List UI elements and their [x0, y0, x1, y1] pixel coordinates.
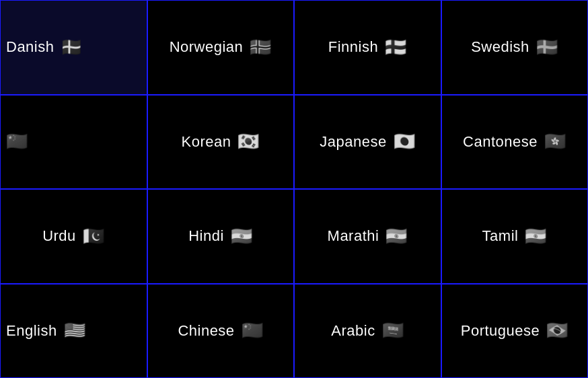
label-japanese: Japanese: [320, 133, 386, 151]
flag-norwegian: 🇳🇴: [250, 37, 272, 58]
cell-hindi[interactable]: Hindi 🇮🇳: [147, 189, 295, 284]
label-portuguese: Portuguese: [461, 322, 540, 340]
flag-danish: 🇩🇰: [61, 37, 83, 58]
label-english: English: [6, 322, 57, 340]
cell-marathi[interactable]: Marathi 🇮🇳: [294, 189, 441, 284]
flag-swedish: 🇸🇪: [536, 37, 558, 58]
flag-english: 🇺🇸: [64, 320, 86, 341]
label-korean: Korean: [182, 133, 231, 151]
cell-arabic[interactable]: Arabic 🇸🇦: [294, 284, 441, 379]
flag-arabic: 🇸🇦: [382, 320, 404, 341]
label-arabic: Arabic: [331, 322, 375, 340]
cell-korean[interactable]: Korean 🇰🇷: [147, 95, 295, 190]
cell-chinese[interactable]: Chinese 🇨🇳: [147, 284, 295, 379]
label-norwegian: Norwegian: [170, 38, 244, 56]
cell-finnish[interactable]: Finnish 🇫🇮: [294, 0, 441, 95]
flag-japanese: 🇯🇵: [394, 131, 416, 152]
label-marathi: Marathi: [328, 227, 379, 245]
label-swedish: Swedish: [471, 38, 529, 56]
flag-marathi: 🇮🇳: [385, 226, 408, 247]
label-finnish: Finnish: [328, 38, 378, 56]
flag-urdu: 🇵🇰: [83, 226, 105, 247]
cell-portuguese[interactable]: Portuguese 🇧🇷: [441, 284, 589, 379]
flag-cantonese: 🇭🇰: [544, 131, 566, 152]
cell-urdu[interactable]: Urdu 🇵🇰: [0, 189, 147, 284]
cell-english[interactable]: English 🇺🇸: [0, 284, 147, 379]
flag-hindi: 🇮🇳: [231, 226, 253, 247]
flag-korean: 🇰🇷: [237, 131, 260, 152]
label-hindi: Hindi: [188, 227, 224, 245]
flag-tamil: 🇮🇳: [525, 226, 547, 247]
flag-chinese-row2: 🇨🇳: [6, 131, 28, 152]
label-cantonese: Cantonese: [463, 133, 538, 151]
label-chinese: Chinese: [178, 322, 234, 340]
language-grid: Danish 🇩🇰 Norwegian 🇳🇴 Finnish 🇫🇮 Swedis…: [0, 0, 588, 378]
cell-japanese[interactable]: Japanese 🇯🇵: [294, 95, 441, 190]
cell-tamil[interactable]: Tamil 🇮🇳: [441, 189, 589, 284]
flag-finnish: 🇫🇮: [385, 37, 407, 58]
cell-swedish[interactable]: Swedish 🇸🇪: [441, 0, 589, 95]
cell-chinese-flag[interactable]: 🇨🇳: [0, 95, 147, 190]
flag-chinese: 🇨🇳: [242, 320, 264, 341]
cell-cantonese[interactable]: Cantonese 🇭🇰: [441, 95, 589, 190]
label-urdu: Urdu: [42, 227, 76, 245]
cell-norwegian[interactable]: Norwegian 🇳🇴: [147, 0, 295, 95]
flag-portuguese: 🇧🇷: [546, 320, 568, 341]
label-tamil: Tamil: [482, 227, 519, 245]
label-danish: Danish: [6, 38, 54, 56]
cell-danish[interactable]: Danish 🇩🇰: [0, 0, 147, 95]
